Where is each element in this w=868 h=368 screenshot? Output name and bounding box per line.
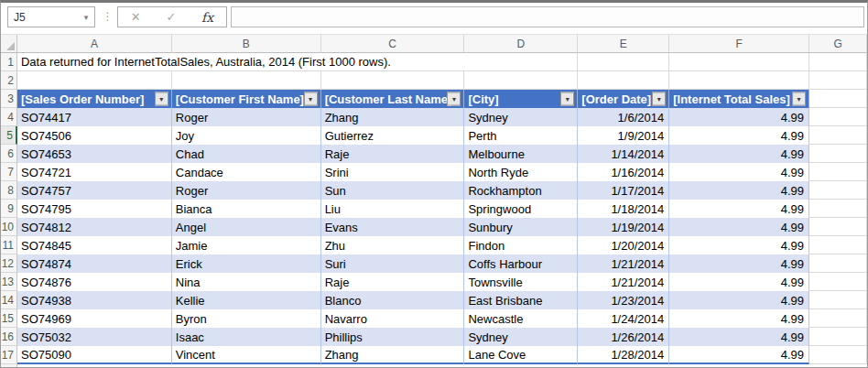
cell-C13[interactable]: Raje [321, 273, 465, 291]
cell-A9[interactable]: SO74795 [17, 200, 172, 218]
column-header-G[interactable]: G [809, 35, 867, 53]
cell-G16[interactable] [809, 328, 867, 346]
cell-C8[interactable]: Sun [321, 181, 465, 200]
cell-E2[interactable] [578, 71, 669, 90]
filter-dropdown-icon[interactable]: ▾ [304, 92, 318, 106]
cell-G3[interactable] [809, 90, 867, 108]
cell-C6[interactable]: Raje [321, 145, 465, 163]
cell-E7[interactable]: 1/16/2014 [578, 163, 669, 181]
cell-G15[interactable] [809, 309, 867, 328]
filter-dropdown-icon[interactable]: ▾ [792, 92, 806, 106]
row-header-6[interactable]: 6 [1, 145, 17, 163]
column-header-B[interactable]: B [172, 35, 321, 53]
cell-G4[interactable] [809, 108, 867, 126]
cell-E4[interactable]: 1/6/2014 [578, 108, 669, 126]
table-header-D3[interactable]: [City]▾ [464, 90, 578, 108]
cell-E15[interactable]: 1/24/2014 [578, 309, 669, 328]
cell-E8[interactable]: 1/17/2014 [578, 181, 669, 200]
cell-E12[interactable]: 1/21/2014 [578, 254, 669, 273]
cell-G5[interactable] [809, 126, 867, 145]
row-header-10[interactable]: 10 [1, 218, 17, 236]
filter-dropdown-icon[interactable]: ▾ [652, 92, 666, 106]
cell-B9[interactable]: Bianca [172, 200, 321, 218]
cell-D14[interactable]: East Brisbane [464, 291, 578, 309]
cell-F13[interactable]: 4.99 [669, 273, 809, 291]
cell-F15[interactable]: 4.99 [669, 309, 809, 328]
cell-C14[interactable]: Blanco [321, 291, 465, 309]
cell-C15[interactable]: Navarro [321, 309, 465, 328]
cell-G2[interactable] [809, 71, 867, 90]
cell-F6[interactable]: 4.99 [669, 145, 809, 163]
cell-D4[interactable]: Sydney [464, 108, 578, 126]
cell-C5[interactable]: Gutierrez [321, 126, 465, 145]
cell-F17[interactable]: 4.99 [669, 346, 809, 364]
cell-E13[interactable]: 1/21/2014 [578, 273, 669, 291]
cell-A6[interactable]: SO74653 [17, 145, 172, 163]
cell-C12[interactable]: Suri [321, 254, 465, 273]
column-header-E[interactable]: E [578, 35, 669, 53]
cell-D12[interactable]: Coffs Harbour [464, 254, 578, 273]
cell-C7[interactable]: Srini [321, 163, 465, 181]
cell-G9[interactable] [809, 200, 867, 218]
row-header-17[interactable]: 17 [1, 346, 17, 364]
table-header-B3[interactable]: [Customer First Name]▾ [172, 90, 321, 108]
cell-D2[interactable] [464, 71, 578, 90]
cell-G1[interactable] [809, 53, 867, 71]
cell-A1-note[interactable]: Data returned for InternetTotalSales, Au… [17, 53, 578, 71]
cell-C17[interactable]: Zhang [321, 346, 465, 364]
column-header-F[interactable]: F [669, 35, 809, 53]
cell-B15[interactable]: Byron [172, 309, 321, 328]
cell-B5[interactable]: Joy [172, 126, 321, 145]
formula-bar-input[interactable] [231, 6, 864, 27]
cell-G8[interactable] [809, 181, 867, 200]
cell-C9[interactable]: Liu [321, 200, 465, 218]
cell-F1[interactable] [669, 53, 809, 71]
cell-G10[interactable] [809, 218, 867, 236]
cell-C11[interactable]: Zhu [321, 236, 465, 254]
cell-A7[interactable]: SO74721 [17, 163, 172, 181]
table-header-A3[interactable]: [Sales Order Number]▾ [17, 90, 172, 108]
cell-B4[interactable]: Roger [172, 108, 321, 126]
cell-E5[interactable]: 1/9/2014 [578, 126, 669, 145]
cell-A8[interactable]: SO74757 [17, 181, 172, 200]
filter-dropdown-icon[interactable]: ▾ [447, 92, 461, 106]
cell-E6[interactable]: 1/14/2014 [578, 145, 669, 163]
cell-B6[interactable]: Chad [172, 145, 321, 163]
cell-B2[interactable] [172, 71, 321, 90]
row-header-16[interactable]: 16 [1, 328, 17, 346]
cell-A11[interactable]: SO74845 [17, 236, 172, 254]
cell-A15[interactable]: SO74969 [17, 309, 172, 328]
cell-B14[interactable]: Kellie [172, 291, 321, 309]
cell-D11[interactable]: Findon [464, 236, 578, 254]
cell-B17[interactable]: Vincent [172, 346, 321, 364]
row-header-12[interactable]: 12 [1, 254, 17, 273]
table-header-C3[interactable]: [Customer Last Name]▾ [321, 90, 465, 108]
cell-B16[interactable]: Isaac [172, 328, 321, 346]
cell-D16[interactable]: Sydney [464, 328, 578, 346]
cell-F7[interactable]: 4.99 [669, 163, 809, 181]
cell-A17[interactable]: SO75090 [17, 346, 172, 364]
cell-A5[interactable]: SO74506 [17, 126, 172, 145]
cell-D15[interactable]: Newcastle [464, 309, 578, 328]
cell-F10[interactable]: 4.99 [669, 218, 809, 236]
cell-D17[interactable]: Lane Cove [464, 346, 578, 364]
cell-A13[interactable]: SO74876 [17, 273, 172, 291]
filter-dropdown-icon[interactable]: ▾ [155, 92, 168, 106]
cell-F12[interactable]: 4.99 [669, 254, 809, 273]
cell-D10[interactable]: Sunbury [464, 218, 578, 236]
table-header-F3[interactable]: [Internet Total Sales]▾ [669, 90, 809, 108]
row-header-15[interactable]: 15 [1, 309, 17, 328]
row-header-11[interactable]: 11 [1, 236, 17, 254]
cell-D13[interactable]: Townsville [464, 273, 578, 291]
column-header-D[interactable]: D [464, 35, 578, 53]
cell-D6[interactable]: Melbourne [464, 145, 578, 163]
column-header-A[interactable]: A [17, 35, 172, 53]
row-header-7[interactable]: 7 [1, 163, 17, 181]
cell-G14[interactable] [809, 291, 867, 309]
row-header-1[interactable]: 1 [1, 53, 17, 71]
cell-B8[interactable]: Roger [172, 181, 321, 200]
cell-F5[interactable]: 4.99 [669, 126, 809, 145]
cell-C16[interactable]: Phillips [321, 328, 465, 346]
cell-F11[interactable]: 4.99 [669, 236, 809, 254]
cell-E11[interactable]: 1/20/2014 [578, 236, 669, 254]
